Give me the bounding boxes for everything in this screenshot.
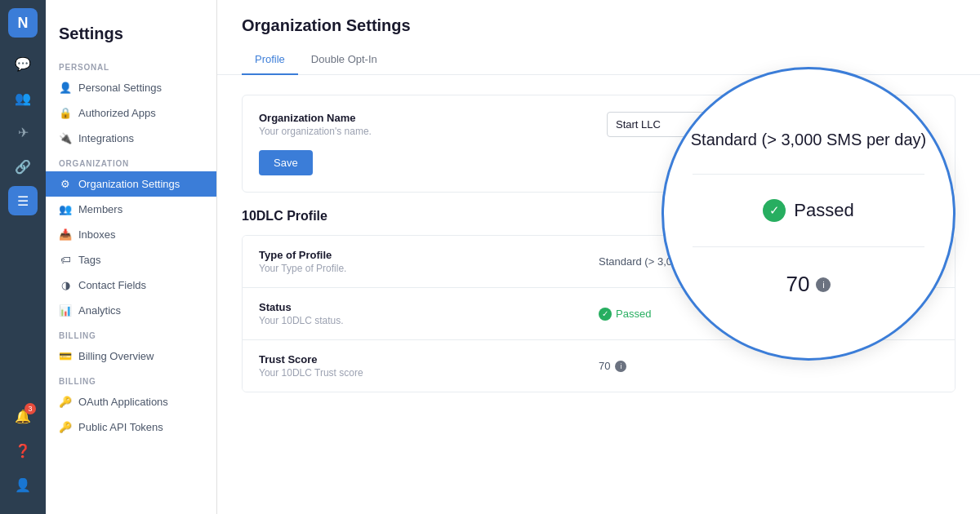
section-label-organization: ORGANIZATION bbox=[46, 151, 216, 171]
org-name-sub: Your organization's name. bbox=[259, 126, 590, 137]
main-header: Organization Settings Profile Double Opt… bbox=[217, 0, 980, 75]
nav-settings-icon[interactable]: ☰ bbox=[8, 186, 38, 215]
org-name-label: Organization Name bbox=[259, 112, 590, 124]
nav-integrations-icon[interactable]: 🔗 bbox=[8, 152, 38, 181]
check-circle-icon: ✓ bbox=[599, 308, 612, 321]
billing-icon: 💳 bbox=[59, 350, 72, 362]
sidebar-item-integrations[interactable]: 🔌 Integrations bbox=[46, 126, 216, 151]
lock-icon: 🔒 bbox=[59, 107, 72, 119]
main-title: Organization Settings bbox=[242, 16, 956, 35]
org-name-input-wrap bbox=[607, 112, 938, 137]
icon-bar: N 💬 👥 ✈ 🔗 ☰ 🔔 3 ❓ 👤 bbox=[0, 0, 46, 514]
sidebar-item-organization-settings[interactable]: ⚙ Organization Settings bbox=[46, 171, 216, 197]
sidebar-item-inboxes[interactable]: 📥 Inboxes bbox=[46, 222, 216, 247]
status-passed: ✓ Passed bbox=[599, 308, 651, 321]
plug-icon: 🔌 bbox=[59, 132, 72, 144]
section-label-billing2: BILLING bbox=[46, 369, 216, 389]
save-button[interactable]: Save bbox=[259, 150, 313, 175]
main-body: Organization Name Your organization's na… bbox=[217, 75, 980, 412]
sidebar-item-personal-settings[interactable]: 👤 Personal Settings bbox=[46, 75, 216, 100]
notification-badge: 3 bbox=[24, 403, 36, 414]
row-value-type: Standard (> 3,000 SMS per d… bbox=[599, 255, 938, 268]
tag-icon: 🏷 bbox=[59, 254, 72, 266]
row-value-trust: 70 i bbox=[599, 360, 938, 372]
inbox-icon: 📥 bbox=[59, 228, 72, 241]
nav-notifications-icon[interactable]: 🔔 3 bbox=[8, 401, 38, 431]
org-name-label-group: Organization Name Your organization's na… bbox=[259, 112, 590, 137]
sidebar-item-billing-overview[interactable]: 💳 Billing Overview bbox=[46, 343, 216, 369]
section-label-personal: PERSONAL bbox=[46, 55, 216, 75]
info-icon[interactable]: i bbox=[615, 361, 626, 372]
dlc-table: Type of Profile Your Type of Profile. St… bbox=[242, 235, 956, 392]
sidebar-item-public-api-tokens[interactable]: 🔑 Public API Tokens bbox=[46, 414, 216, 440]
person-icon: 👤 bbox=[59, 82, 72, 94]
fields-icon: ◑ bbox=[59, 279, 72, 291]
tabs: Profile Double Opt-In bbox=[242, 47, 956, 74]
table-row: Type of Profile Your Type of Profile. St… bbox=[243, 236, 955, 288]
analytics-icon: 📊 bbox=[59, 304, 72, 317]
tab-profile[interactable]: Profile bbox=[242, 47, 298, 75]
members-icon: 👥 bbox=[59, 203, 72, 215]
org-name-section: Organization Name Your organization's na… bbox=[242, 95, 956, 193]
main-content: Organization Settings Profile Double Opt… bbox=[217, 0, 980, 514]
table-row: Status Your 10DLC status. ✓ Passed bbox=[243, 288, 955, 340]
sidebar-item-tags[interactable]: 🏷 Tags bbox=[46, 247, 216, 273]
dlc-section-title: 10DLC Profile bbox=[242, 209, 956, 224]
gear-icon: ⚙ bbox=[59, 178, 72, 190]
oauth-icon: 🔑 bbox=[59, 396, 72, 408]
row-label-status: Status Your 10DLC status. bbox=[259, 301, 599, 326]
nav-help-icon[interactable]: ❓ bbox=[8, 436, 38, 465]
row-value-status: ✓ Passed bbox=[599, 308, 938, 321]
table-row: Trust Score Your 10DLC Trust score 70 i bbox=[243, 340, 955, 392]
sidebar-item-authorized-apps[interactable]: 🔒 Authorized Apps bbox=[46, 100, 216, 126]
nav-profile-icon[interactable]: 👤 bbox=[8, 470, 38, 499]
sidebar-item-contact-fields[interactable]: ◑ Contact Fields bbox=[46, 273, 216, 298]
sidebar-item-analytics[interactable]: 📊 Analytics bbox=[46, 298, 216, 323]
nav-chat-icon[interactable]: 💬 bbox=[8, 49, 38, 78]
row-label-trust: Trust Score Your 10DLC Trust score bbox=[259, 353, 599, 379]
nav-campaigns-icon[interactable]: ✈ bbox=[8, 117, 38, 147]
sidebar-item-members[interactable]: 👥 Members bbox=[46, 197, 216, 222]
row-label-type: Type of Profile Your Type of Profile. bbox=[259, 249, 599, 274]
nav-contacts-icon[interactable]: 👥 bbox=[8, 83, 38, 113]
api-icon: 🔑 bbox=[59, 421, 72, 433]
org-name-input[interactable] bbox=[607, 112, 754, 137]
sidebar: Settings PERSONAL 👤 Personal Settings 🔒 … bbox=[46, 0, 217, 514]
sidebar-item-oauth-applications[interactable]: 🔑 OAuth Applications bbox=[46, 389, 216, 414]
section-label-billing: BILLING bbox=[46, 323, 216, 343]
app-logo: N bbox=[8, 8, 38, 38]
page-title: Settings bbox=[46, 13, 216, 55]
org-name-row: Organization Name Your organization's na… bbox=[259, 112, 938, 137]
tab-double-opt-in[interactable]: Double Opt-In bbox=[298, 47, 390, 75]
